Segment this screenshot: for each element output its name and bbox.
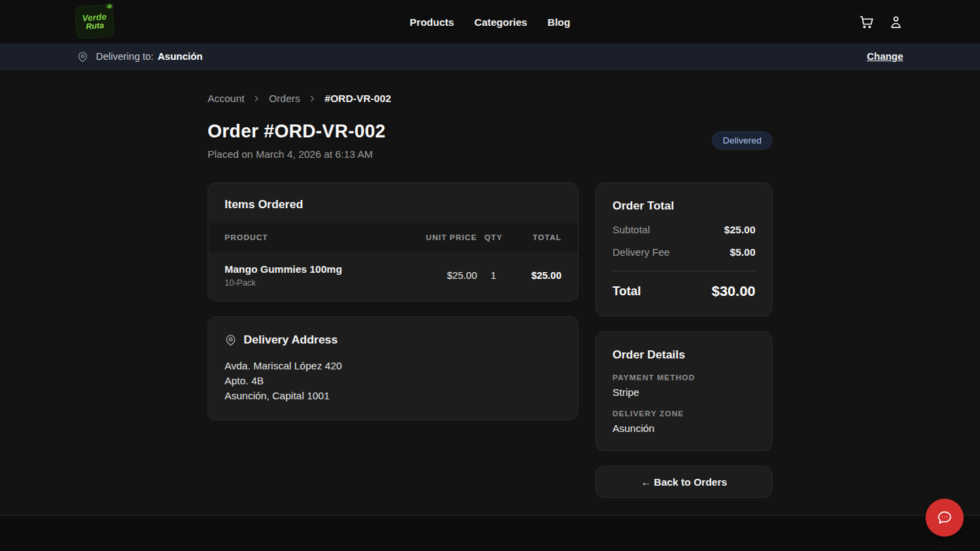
delivery-zone-value: Asunción <box>612 422 755 434</box>
address-line-2: Apto. 4B <box>225 373 561 388</box>
chevron-right-icon <box>308 94 317 103</box>
page-title: Order #ORD-VR-002 <box>208 121 386 142</box>
column-qty: QTY <box>477 233 510 241</box>
top-navigation: Verde Ruta Products Categories Blog <box>0 0 980 44</box>
column-unit-price: UNIT PRICE <box>414 233 477 241</box>
payment-method-label: PAYMENT METHOD <box>612 373 755 382</box>
nav-actions <box>858 14 904 30</box>
address-card-title: Delivery Address <box>244 333 338 347</box>
cart-icon[interactable] <box>858 14 875 30</box>
item-total: $25.00 <box>510 270 561 281</box>
item-qty: 1 <box>477 270 510 281</box>
delivery-address: Avda. Mariscal López 420 Apto. 4B Asunci… <box>225 358 561 403</box>
address-line-1: Avda. Mariscal López 420 <box>225 358 561 373</box>
page-footer <box>0 515 980 551</box>
items-ordered-card: Items Ordered PRODUCT UNIT PRICE QTY TOT… <box>208 182 578 301</box>
brand-logo[interactable]: Verde Ruta <box>75 5 114 39</box>
back-to-orders-button[interactable]: ← Back to Orders <box>595 466 772 498</box>
primary-nav: Products Categories Blog <box>410 16 570 28</box>
order-header: Order #ORD-VR-002 Placed on March 4, 202… <box>208 121 772 160</box>
nav-link-blog[interactable]: Blog <box>548 16 570 28</box>
nav-link-products[interactable]: Products <box>410 16 454 28</box>
map-pin-icon <box>77 51 88 63</box>
breadcrumb: Account Orders #ORD-VR-002 <box>208 93 772 104</box>
breadcrumb-current-order: #ORD-VR-002 <box>325 93 391 104</box>
details-card-title: Order Details <box>612 348 755 362</box>
total-value: $30.00 <box>712 283 755 299</box>
order-placed-date: Placed on March 4, 2026 at 6:13 AM <box>208 148 386 160</box>
chat-support-button[interactable] <box>926 499 964 537</box>
subtotal-value: $25.00 <box>724 224 755 235</box>
delivery-fee-value: $5.00 <box>730 246 755 258</box>
chevron-right-icon <box>252 94 261 103</box>
change-zone-link[interactable]: Change <box>867 51 903 62</box>
total-label: Total <box>612 284 641 299</box>
delivery-zone-value: Asunción <box>158 51 203 62</box>
delivery-fee-row: Delivery Fee $5.00 <box>612 246 755 258</box>
chat-bubble-icon <box>936 509 953 527</box>
main-content: Account Orders #ORD-VR-002 Order #ORD-VR… <box>0 70 980 515</box>
divider <box>612 271 755 271</box>
subtotal-row: Subtotal $25.00 <box>612 224 755 235</box>
breadcrumb-orders[interactable]: Orders <box>269 93 300 104</box>
nav-link-categories[interactable]: Categories <box>474 16 527 28</box>
delivery-address-card: Delivery Address Avda. Mariscal López 42… <box>208 316 578 420</box>
subtotal-label: Subtotal <box>612 224 650 235</box>
brand-name-line2: Ruta <box>86 21 104 31</box>
delivery-fee-label: Delivery Fee <box>612 246 670 258</box>
cannabis-leaf-icon <box>104 1 115 15</box>
summary-card-title: Order Total <box>612 199 755 213</box>
items-table-header: PRODUCT UNIT PRICE QTY TOTAL <box>208 223 578 252</box>
item-variant: 10-Pack <box>225 278 414 288</box>
breadcrumb-account[interactable]: Account <box>208 93 244 104</box>
item-name: Mango Gummies 100mg <box>225 263 414 275</box>
items-card-title: Items Ordered <box>208 183 578 223</box>
total-row: Total $30.00 <box>612 283 755 299</box>
address-line-3: Asunción, Capital 1001 <box>225 388 561 403</box>
delivering-to-label: Delivering to: <box>96 51 154 62</box>
map-pin-icon <box>225 334 237 346</box>
column-product: PRODUCT <box>225 233 414 241</box>
status-badge: Delivered <box>712 131 772 150</box>
delivery-zone-label: DELIVERY ZONE <box>612 410 755 418</box>
table-row: Mango Gummies 100mg 10-Pack $25.00 1 $25… <box>208 252 578 301</box>
delivery-zone-bar: Delivering to: Asunción Change <box>0 44 980 70</box>
order-details-card: Order Details PAYMENT METHOD Stripe DELI… <box>595 331 772 451</box>
item-unit-price: $25.00 <box>414 270 477 281</box>
order-total-card: Order Total Subtotal $25.00 Delivery Fee… <box>595 182 772 316</box>
payment-method-value: Stripe <box>612 386 755 398</box>
user-icon[interactable] <box>888 14 904 30</box>
column-total: TOTAL <box>510 233 561 241</box>
